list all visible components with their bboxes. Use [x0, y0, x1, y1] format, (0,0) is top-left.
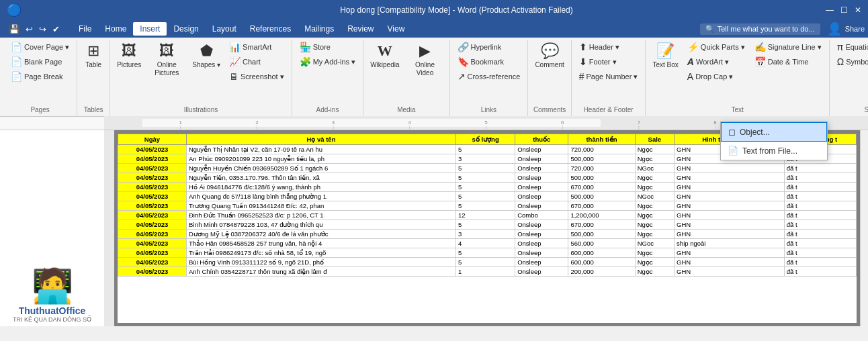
comment-icon: 💬	[541, 42, 559, 60]
table-cell: Onsleep	[515, 145, 568, 154]
table-cell: Ngọc	[635, 248, 674, 258]
table-cell: GHN	[675, 248, 785, 258]
table-cell: Nguyễn Thị Nhân tại V2, căn 17-09 tê ra …	[186, 145, 455, 154]
pictures-btn[interactable]: 🖼 Pictures	[114, 40, 144, 71]
cover-page-label: Cover Page ▾	[24, 43, 69, 52]
table-cell: đã t	[784, 164, 856, 173]
my-addins-btn[interactable]: 🧩 My Add-ins ▾	[296, 55, 359, 68]
table-row: 04/05/2023Nguyễn Huyền Chiến 0936950289 …	[118, 164, 857, 173]
menu-view[interactable]: View	[381, 22, 412, 36]
hyperlink-btn[interactable]: 🔗 Hyperlink	[454, 40, 524, 54]
table-cell: GHN	[675, 201, 785, 211]
blank-page-icon: 📄	[11, 56, 22, 67]
symbol-label: Symbol ▾	[846, 58, 868, 66]
shapes-label: Shapes ▾	[192, 61, 220, 69]
table-cell: Nguyễn Huyền Chiến 0936950289 Số 1 ngách…	[186, 164, 455, 173]
pages-group-label: Pages	[7, 105, 73, 116]
wordart-label: WordArt ▾	[696, 58, 729, 66]
date-time-btn[interactable]: 📅 Date & Time	[751, 55, 825, 68]
page-break-btn[interactable]: 📄 Page Break	[7, 70, 73, 83]
search-label: Tell me what you want to do...	[718, 25, 815, 33]
save-btn[interactable]: 💾	[7, 23, 21, 35]
illustrations-group-label: Illustrations	[114, 105, 288, 116]
table-cell: đã t	[784, 173, 856, 183]
chart-label: Chart	[243, 58, 261, 66]
wordart-btn[interactable]: A WordArt ▾	[684, 55, 748, 68]
table-cell: 04/05/2023	[118, 230, 187, 239]
table-cell: Đinh Đức Thuần 0965252523 đ/c: p 1206, C…	[186, 211, 455, 220]
title-bar-title: Hop dong [Compatibility Mode] - Word (Pr…	[87, 5, 826, 15]
footer-btn[interactable]: ⬇ Footer ▾	[576, 55, 642, 68]
text-from-file-item[interactable]: 📄 Text from File...	[721, 142, 827, 160]
table-label: Table	[85, 61, 101, 69]
equation-icon: π	[837, 42, 844, 52]
check-btn[interactable]: ✔	[50, 23, 62, 35]
drop-cap-btn[interactable]: A Drop Cap ▾	[684, 70, 748, 83]
store-btn[interactable]: 🏪 Store	[296, 40, 359, 54]
col-header-ho-va-ten: Họ và tên	[186, 134, 455, 145]
menu-home[interactable]: Home	[98, 22, 133, 36]
menu-insert[interactable]: Insert	[133, 22, 167, 36]
table-cell: 12	[456, 211, 515, 220]
symbol-btn[interactable]: Ω Symbol ▾	[834, 55, 868, 68]
header-btn[interactable]: ⬆ Header ▾	[576, 40, 642, 54]
text-box-btn[interactable]: 📝 Text Box	[650, 40, 681, 71]
table-cell: ship ngoài	[675, 239, 785, 248]
svg-text:3: 3	[332, 119, 335, 126]
table-cell: 5	[456, 183, 515, 192]
page-number-icon: #	[579, 71, 584, 82]
bookmark-btn[interactable]: 🔖 Bookmark	[454, 55, 524, 68]
object-menu-item[interactable]: ◻ Object...	[721, 122, 827, 142]
page-break-label: Page Break	[24, 72, 62, 81]
cross-reference-btn[interactable]: ↗ Cross-reference	[454, 70, 524, 83]
table-cell: 1	[456, 267, 515, 277]
object-dropdown: ◻ Object... 📄 Text from File...	[720, 121, 828, 160]
quick-parts-btn[interactable]: ⚡ Quick Parts ▾	[684, 40, 748, 54]
table-cell: 500,000	[568, 230, 635, 239]
signature-line-btn[interactable]: ✍ Signature Line ▾	[751, 40, 825, 54]
page-number-btn[interactable]: # Page Number ▾	[576, 70, 642, 83]
menu-mailings[interactable]: Mailings	[298, 22, 341, 36]
menu-file[interactable]: File	[72, 22, 98, 36]
close-btn[interactable]: ✕	[855, 5, 861, 15]
ribbon-group-symbols: π Equation Ω Symbol ▾ ◻ Object ▾ Symbols	[830, 40, 868, 116]
online-video-btn[interactable]: ▶ Online Video	[405, 40, 445, 79]
blank-page-label: Blank Page	[24, 58, 62, 66]
table-cell: 5	[456, 173, 515, 183]
menu-review[interactable]: Review	[341, 22, 380, 36]
header-icon: ⬆	[579, 42, 587, 52]
menu-layout[interactable]: Layout	[206, 22, 243, 36]
vertical-scrollbar[interactable]	[860, 130, 868, 326]
header-footer-group-label: Header & Footer	[576, 105, 642, 116]
table-cell: 670,000	[568, 183, 635, 192]
chart-btn[interactable]: 📈 Chart	[226, 55, 288, 68]
menu-design[interactable]: Design	[167, 22, 205, 36]
cover-page-btn[interactable]: 📄 Cover Page ▾	[7, 40, 73, 54]
restore-btn[interactable]: ☐	[840, 5, 848, 15]
smartart-btn[interactable]: 📊 SmartArt	[226, 40, 288, 54]
table-cell: đã t	[784, 211, 856, 220]
table-cell: Anh Quang đc 57/118 làng bình thắng phườ…	[186, 192, 455, 201]
table-row: 04/05/2023Trương Quang Tuấn 0913441248 Đ…	[118, 201, 857, 211]
minimize-btn[interactable]: —	[826, 5, 834, 15]
shapes-btn[interactable]: ⬟ Shapes ▾	[189, 40, 223, 71]
text-box-icon: 📝	[656, 42, 675, 60]
footer-label: Footer ▾	[589, 58, 617, 66]
screenshot-btn[interactable]: 🖥 Screenshot ▾	[226, 70, 288, 83]
online-pictures-btn[interactable]: 🖼 Online Pictures	[146, 40, 187, 79]
table-cell: Ngọc	[635, 145, 674, 154]
vertical-ruler	[104, 130, 114, 326]
table-cell: đã t	[784, 201, 856, 211]
comment-btn[interactable]: 💬 Comment	[532, 40, 566, 71]
equation-btn[interactable]: π Equation	[834, 40, 868, 54]
menu-references[interactable]: References	[243, 22, 298, 36]
blank-page-btn[interactable]: 📄 Blank Page	[7, 55, 73, 68]
wikipedia-btn[interactable]: W Wikipedia	[367, 40, 402, 71]
document-page[interactable]: Ngày Họ và tên số lượng thuốc thành tiền…	[118, 134, 857, 323]
pictures-icon: 🖼	[122, 42, 136, 60]
redo-btn[interactable]: ↪	[37, 23, 48, 35]
table-cell: 500,000	[568, 154, 635, 164]
undo-btn[interactable]: ↩	[24, 23, 35, 35]
table-cell: NGoc	[635, 239, 674, 248]
table-btn[interactable]: ⊞ Table	[81, 40, 105, 71]
